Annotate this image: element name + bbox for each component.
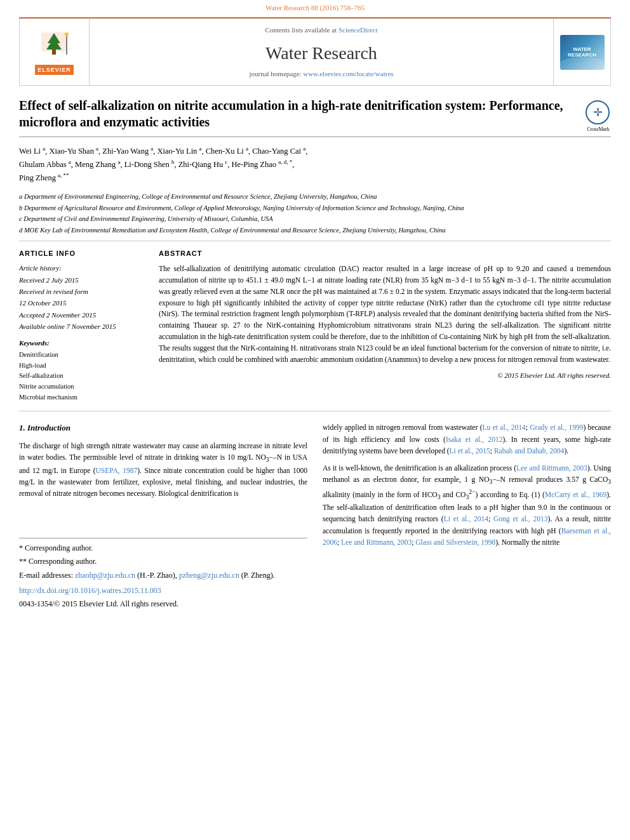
email1-link[interactable]: zhaohp@zju.edu.cn [75,571,135,580]
elsevier-tree-icon [35,29,73,61]
footnote-corresponding2: ** Corresponding author. [19,556,307,568]
journal-name: Water Research [102,41,540,65]
journal-citation: Water Research 88 (2016) 758–765 [265,4,365,11]
body-two-col: 1. Introduction The discharge of high st… [19,422,611,610]
main-content: Effect of self-alkalization on nitrite a… [19,86,611,620]
keyword-self-alkalization: Self-alkalization [19,371,146,381]
journal-header: ELSEVIER Contents lists available at Sci… [19,18,611,86]
email2-link[interactable]: pzheng@zju.edu.cn [179,571,239,580]
abstract-text: The self-alkalization of denitrifying au… [159,263,611,365]
intro-heading: 1. Introduction [19,422,307,434]
ref-li2015[interactable]: Li et al., 2015 [450,447,490,455]
sciencedirect-link[interactable]: ScienceDirect [338,26,378,34]
crossmark-badge: ✛ CrossMark [586,100,611,126]
info-abstract-section: ARTICLE INFO Article history: Received 2… [19,241,611,412]
accepted-label: Accepted 2 November 2015 [19,311,96,319]
ref-lu[interactable]: Lu et al., 2014 [483,423,526,431]
homepage-text: journal homepage: [249,70,301,77]
ref-lee2003[interactable]: Lee and Rittmann, 2003 [516,464,587,472]
affil-b: b Department of Agricultural Resource an… [19,203,611,213]
ref-mccarty[interactable]: McCarty et al., 1969 [545,490,607,498]
authors-section: Wei Li a, Xiao-Yu Shan a, Zhi-Yao Wang a… [19,137,611,187]
article-title: Effect of self-alkalization on nitrite a… [19,97,586,130]
ref-gong[interactable]: Gong et al., 2013 [493,515,548,523]
received-revised-date: 12 October 2015 [19,298,146,308]
authors-line1: Wei Li a, Xiao-Yu Shan a, Zhi-Yao Wang a… [19,143,611,157]
keywords-heading: Keywords: [19,338,146,348]
history-label: Article history: [19,264,62,272]
abstract-heading: ABSTRACT [159,249,611,258]
svg-point-5 [65,32,69,36]
email-name1: (H.-P. Zhao), [137,571,177,580]
accepted-date: Accepted 2 November 2015 [19,310,146,320]
ref-isaka[interactable]: Isaka et al., 2012 [446,436,503,443]
wr-logo-section: WATER RESEARCH [553,19,610,85]
affil-d-text: d MOE Key Lab of Environmental Remediati… [19,225,446,236]
wr-logo-text: WATER RESEARCH [568,46,596,58]
elsevier-text: ELSEVIER [35,65,74,76]
contents-text: Contents lists available at [265,26,337,34]
ref-glass[interactable]: Glass and Silverstein, 1998 [415,538,495,546]
keyword-high-load: High-load [19,361,146,371]
email-name2: (P. Zheng). [241,571,275,580]
intro-para1: The discharge of high strength nitrate w… [19,440,307,500]
received2-label: Received in revised form [19,288,88,295]
affil-c: c Department of Civil and Environmental … [19,214,611,224]
svg-rect-3 [52,50,56,55]
doi-link[interactable]: http://dx.doi.org/10.1016/j.watres.2015.… [19,586,161,595]
affil-a-text: a Department of Environmental Engineerin… [19,192,377,202]
affil-b-text: b Department of Agricultural Resource an… [19,203,464,213]
footnote-email: E-mail addresses: zhaohp@zju.edu.cn (H.-… [19,570,307,582]
wr-logo-line1: WATER [568,46,596,53]
ref-li2014[interactable]: Li et al., 2014 [444,515,488,523]
email-label: E-mail addresses: [19,571,73,580]
author-ghulam: Ghulam Abbas a, Meng Zhang a, Li-Dong Sh… [19,160,294,169]
keyword-denitrification: Denitrification [19,350,146,360]
author-ping: Ping Zheng a, ** [19,173,69,182]
contents-available-line: Contents lists available at ScienceDirec… [102,25,540,35]
crossmark-label: CrossMark [586,126,611,133]
ref-grady[interactable]: Grady et al., 1999 [530,423,583,431]
article-info-heading: ARTICLE INFO [19,249,146,258]
received2-date: 12 October 2015 [19,299,67,307]
keyword-microbial-mechanism: Microbial mechanism [19,393,146,403]
ref-usepa[interactable]: USEPA, 1987 [96,467,138,474]
copyright-line: © 2015 Elsevier Ltd. All rights reserved… [159,371,611,380]
doi-section: http://dx.doi.org/10.1016/j.watres.2015.… [19,585,307,597]
authors-line2: Ghulam Abbas a, Meng Zhang a, Li-Dong Sh… [19,157,611,171]
issn-section: 0043-1354/© 2015 Elsevier Ltd. All right… [19,598,307,610]
affil-d: d MOE Key Lab of Environmental Remediati… [19,225,611,236]
available-online-date: Available online 7 November 2015 [19,322,146,331]
received-date1: Received 2 July 2015 [19,276,146,285]
article-info-col: ARTICLE INFO Article history: Received 2… [19,249,146,404]
affil-a: a Department of Environmental Engineerin… [19,192,611,202]
wr-logo-wave [560,57,605,70]
homepage-url[interactable]: www.elsevier.com/locate/watres [303,70,393,77]
received1: Received 2 July 2015 [19,276,79,284]
authors-line3: Ping Zheng a, ** [19,171,611,184]
affiliations-section: a Department of Environmental Engineerin… [19,188,611,241]
wr-logo-line2: RESEARCH [568,52,596,58]
body-col-left: 1. Introduction The discharge of high st… [19,422,307,610]
keyword-nitrite-accumulation: Nitrite accumulation [19,382,146,392]
abstract-col: ABSTRACT The self-alkalization of denitr… [159,249,611,404]
elsevier-logo: ELSEVIER [35,29,74,75]
author-wei-li: Wei Li a, Xiao-Yu Shan a, Zhi-Yao Wang a… [19,147,307,156]
homepage-line: journal homepage: www.elsevier.com/locat… [102,69,540,79]
intro-para2: widely applied in nitrogen removal from … [323,422,611,457]
footnote-corresponding1: * Corresponding author. [19,542,307,554]
keywords-section: Keywords: Denitrification High-load Self… [19,338,146,403]
journal-title-section: Contents lists available at ScienceDirec… [90,19,553,85]
crossmark-icon: ✛ [586,100,610,124]
article-history-label: Article history: [19,263,146,273]
wr-logo: WATER RESEARCH [560,35,605,70]
top-citation-bar: Water Research 88 (2016) 758–765 [0,0,630,15]
ref-lee-rittmann[interactable]: Lee and Rittmann, 2003 [341,538,412,546]
ref-rabah[interactable]: Rabah and Dahab, 2004 [494,447,565,455]
intro-para3: As it is well-known, the denitrification… [323,462,611,549]
elsevier-logo-section: ELSEVIER [20,19,90,85]
issn-text: 0043-1354/© 2015 Elsevier Ltd. All right… [19,599,178,608]
affil-c-text: c Department of Civil and Environmental … [19,214,273,224]
received-revised-label: Received in revised form [19,287,146,297]
body-col-right: widely applied in nitrogen removal from … [323,422,611,610]
